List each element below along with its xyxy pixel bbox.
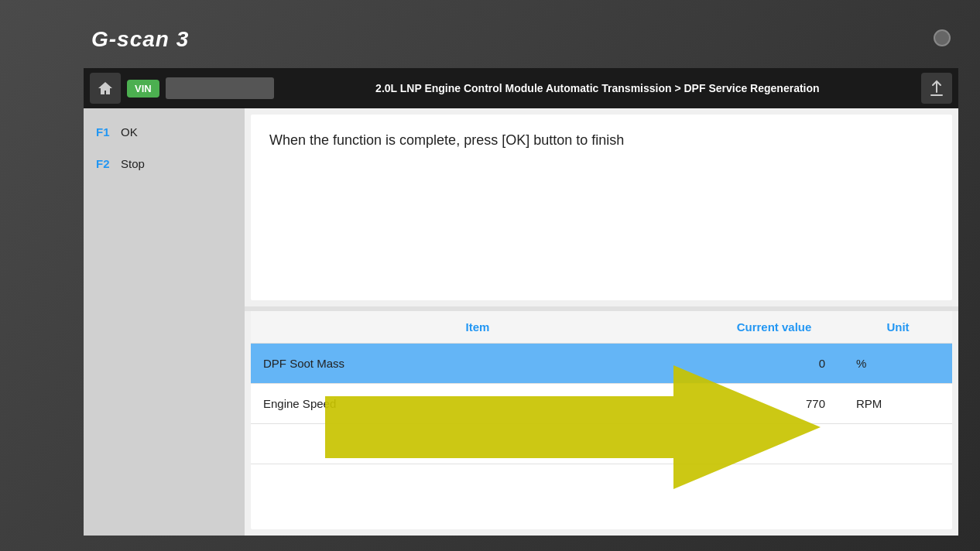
table-row: DPF Soot Mass 0 % bbox=[251, 344, 952, 384]
sidebar-key-f2: F2 bbox=[96, 157, 115, 170]
breadcrumb: 2.0L LNP Engine Control Module Automatic… bbox=[280, 82, 915, 94]
message-text: When the function is complete, press [OK… bbox=[269, 130, 934, 151]
header-item: Item bbox=[251, 320, 704, 334]
cell-value-2: 770 bbox=[704, 388, 844, 419]
app-container: VIN 2.0L LNP Engine Control Module Autom… bbox=[84, 68, 958, 536]
cell-item-2: Engine Speed bbox=[251, 388, 704, 419]
main-content: When the function is complete, press [OK… bbox=[245, 108, 958, 536]
content-area: F1 OK F2 Stop When the function is compl… bbox=[84, 108, 958, 536]
cell-empty bbox=[704, 435, 844, 453]
cell-value-1: 0 bbox=[704, 347, 844, 379]
power-button[interactable] bbox=[934, 29, 951, 46]
home-icon bbox=[97, 80, 114, 96]
sidebar-label-stop: Stop bbox=[121, 157, 145, 170]
table-row-empty bbox=[251, 424, 952, 464]
cell-unit-2: RPM bbox=[844, 388, 952, 419]
message-panel: When the function is complete, press [OK… bbox=[251, 115, 952, 300]
vin-badge: VIN bbox=[127, 80, 159, 98]
home-button[interactable] bbox=[90, 73, 121, 104]
nav-bar: VIN 2.0L LNP Engine Control Module Autom… bbox=[84, 68, 958, 108]
sidebar-label-ok: OK bbox=[121, 125, 138, 139]
header-current-value: Current value bbox=[704, 320, 844, 334]
upload-icon bbox=[929, 80, 944, 97]
sidebar-item-stop[interactable]: F2 Stop bbox=[84, 149, 245, 178]
cell-empty bbox=[251, 435, 704, 453]
header-unit: Unit bbox=[844, 320, 952, 334]
cell-empty bbox=[844, 435, 952, 453]
app-logo: G-scan 3 bbox=[91, 27, 189, 52]
sidebar-key-f1: F1 bbox=[96, 125, 115, 139]
data-table: Item Current value Unit DPF Soot Mass 0 … bbox=[251, 311, 952, 529]
upload-button[interactable] bbox=[921, 73, 952, 104]
table-row: Engine Speed 770 RPM bbox=[251, 384, 952, 424]
sidebar-item-ok[interactable]: F1 OK bbox=[84, 118, 245, 146]
vin-field bbox=[166, 77, 274, 99]
table-header: Item Current value Unit bbox=[251, 311, 952, 344]
cell-unit-1: % bbox=[844, 347, 952, 379]
sidebar: F1 OK F2 Stop bbox=[84, 108, 245, 536]
logo-text: G-scan 3 bbox=[91, 27, 189, 51]
cell-item-1: DPF Soot Mass bbox=[251, 347, 704, 379]
